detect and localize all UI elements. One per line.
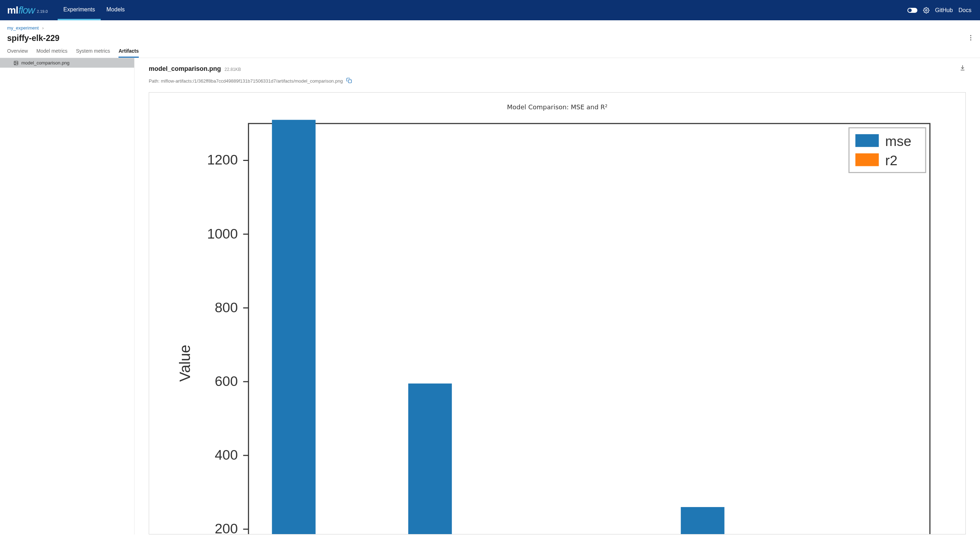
- more-actions-button[interactable]: [970, 35, 973, 42]
- svg-text:1200: 1200: [207, 152, 238, 168]
- svg-text:Value: Value: [177, 345, 193, 382]
- tab-overview[interactable]: Overview: [7, 48, 28, 57]
- svg-point-1: [970, 35, 971, 36]
- nav-tab-experiments[interactable]: Experiments: [58, 0, 101, 20]
- logo-ml: ml: [7, 5, 18, 16]
- theme-toggle[interactable]: [907, 8, 917, 13]
- breadcrumb-experiment[interactable]: my_experiment: [7, 25, 39, 30]
- svg-text:600: 600: [215, 374, 238, 389]
- artifacts-layout: model_comparison.png model_comparison.pn…: [0, 58, 980, 535]
- nav-link-docs[interactable]: Docs: [959, 7, 972, 14]
- svg-rect-23: [272, 120, 316, 535]
- chart-svg: 020040060080010001200Valueion Treen Fore…: [153, 113, 962, 535]
- svg-text:800: 800: [215, 300, 238, 315]
- svg-text:1000: 1000: [207, 226, 238, 241]
- svg-rect-7: [248, 123, 930, 535]
- svg-text:200: 200: [215, 521, 238, 535]
- copy-path-button[interactable]: [346, 78, 352, 85]
- mlflow-logo[interactable]: ml flow 2.19.0: [7, 5, 48, 16]
- download-icon: [959, 64, 966, 71]
- image-file-icon: [14, 61, 19, 65]
- run-sub-tabs: Overview Model metrics System metrics Ar…: [0, 45, 980, 58]
- svg-point-2: [970, 37, 971, 38]
- copy-icon: [346, 78, 352, 83]
- artifact-filesize: 22.81KB: [224, 67, 241, 72]
- svg-rect-46: [856, 153, 879, 166]
- chart-title: Model Comparison: MSE and R²: [153, 103, 962, 111]
- svg-rect-44: [856, 134, 879, 147]
- logo-flow: flow: [19, 5, 35, 16]
- svg-text:400: 400: [215, 447, 238, 463]
- svg-rect-6: [348, 80, 352, 83]
- artifact-detail: model_comparison.png 22.81KB Path: mlflo…: [135, 58, 980, 535]
- page-title: spiffy-elk-229: [7, 34, 59, 43]
- kebab-icon: [970, 35, 972, 41]
- artifact-preview: Model Comparison: MSE and R² 02004006008…: [149, 92, 966, 535]
- logo-version: 2.19.0: [37, 9, 48, 14]
- svg-point-3: [970, 39, 971, 40]
- svg-point-0: [926, 9, 928, 11]
- artifact-tree-item[interactable]: model_comparison.png: [0, 58, 134, 68]
- breadcrumb-separator: ›: [42, 25, 44, 30]
- svg-point-5: [15, 62, 16, 63]
- artifact-tree: model_comparison.png: [0, 58, 135, 535]
- nav-tabs: Experiments Models: [58, 0, 130, 20]
- nav-link-github[interactable]: GitHub: [935, 7, 953, 14]
- artifact-filename: model_comparison.png: [149, 65, 221, 73]
- top-navbar: ml flow 2.19.0 Experiments Models GitHub…: [0, 0, 980, 20]
- svg-rect-35: [681, 507, 724, 535]
- tab-artifacts[interactable]: Artifacts: [118, 48, 139, 57]
- svg-text:mse: mse: [885, 134, 911, 149]
- artifact-tree-item-label: model_comparison.png: [21, 60, 69, 65]
- download-button[interactable]: [959, 64, 966, 72]
- breadcrumb: my_experiment ›: [7, 25, 973, 30]
- svg-text:r2: r2: [885, 153, 898, 168]
- page-header: my_experiment › spiffy-elk-229: [0, 20, 980, 45]
- tab-system-metrics[interactable]: System metrics: [76, 48, 110, 57]
- tab-model-metrics[interactable]: Model metrics: [36, 48, 67, 57]
- artifact-path: Path: mlflow-artifacts:/1/362ff8ba7ccd49…: [149, 78, 343, 84]
- svg-rect-27: [408, 383, 452, 535]
- gear-icon[interactable]: [923, 7, 929, 14]
- nav-tab-models[interactable]: Models: [101, 0, 130, 20]
